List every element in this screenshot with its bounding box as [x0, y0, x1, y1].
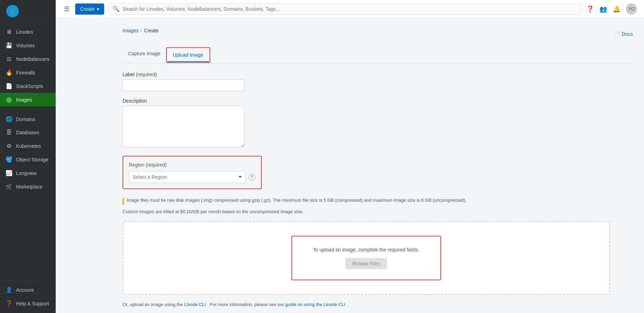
- upload-prompt-text: To upload an image, complete the require…: [313, 247, 419, 252]
- sidebar-item-label: StackScripts: [16, 83, 43, 89]
- sidebar-divider-1: [0, 109, 56, 110]
- browse-files-label: Browse Files: [352, 261, 380, 266]
- nodebalancers-icon: ⚖: [6, 56, 13, 62]
- sidebar-item-images[interactable]: ⬤ Images: [0, 93, 56, 106]
- region-text: Region: [129, 162, 144, 168]
- sidebar-item-label: Databases: [16, 130, 39, 135]
- sidebar-item-label: Longview: [16, 170, 37, 176]
- notifications-icon[interactable]: 🔔: [613, 5, 620, 13]
- sidebar-item-label: Account: [16, 287, 34, 293]
- sidebar-item-label: Help & Support: [16, 301, 49, 306]
- search-input[interactable]: [123, 6, 578, 12]
- avatar-initials: YO: [628, 7, 634, 11]
- topbar-right: ❓ 👥 🔔 YO: [586, 3, 637, 15]
- hamburger-button[interactable]: ☰: [63, 4, 71, 14]
- footer-text-1: Or, upload an image using the: [123, 302, 183, 307]
- topbar: ☰ Create ▾ 🔍 ❓ 👥 🔔 YO: [56, 0, 644, 18]
- help-question-mark: ?: [251, 175, 253, 179]
- search-icon: 🔍: [113, 6, 120, 12]
- breadcrumb-current: Create: [144, 28, 159, 33]
- footer-text-3: .: [347, 302, 348, 307]
- svg-text:A: A: [11, 9, 14, 14]
- sidebar-item-stackscripts[interactable]: 📄 StackScripts: [0, 79, 56, 93]
- longview-icon: 📈: [6, 170, 13, 176]
- breadcrumb-parent[interactable]: Images: [123, 28, 139, 33]
- sidebar-item-label: Firewalls: [16, 70, 35, 75]
- sidebar-item-longview[interactable]: 📈 Longview: [0, 166, 56, 180]
- sidebar-item-label: NodeBalancers: [16, 56, 49, 62]
- footer-text-2: . For more information, please see: [207, 302, 276, 307]
- guide-label: our guide on using the Linode CLI: [277, 302, 345, 307]
- help-icon: ❓: [6, 300, 13, 307]
- marketplace-icon: 🛒: [6, 183, 13, 190]
- firewalls-icon: 🔥: [6, 69, 13, 76]
- create-chevron-icon: ▾: [97, 6, 99, 12]
- domains-icon: 🌐: [6, 116, 13, 122]
- description-group: Description: [123, 98, 610, 149]
- label-field-label: Label (required): [123, 72, 610, 77]
- object-storage-icon: 🪣: [6, 156, 13, 163]
- sidebar-item-nodebalancers[interactable]: ⚖ NodeBalancers: [0, 52, 56, 66]
- docs-icon: 📄: [614, 31, 620, 37]
- sidebar-item-kubernetes[interactable]: ⚙ Kubernetes: [0, 139, 56, 153]
- label-group: Label (required): [123, 72, 610, 91]
- sidebar-item-label: Linodes: [16, 29, 33, 35]
- akamai-logo-icon: A: [6, 4, 19, 18]
- upload-inner-box: To upload an image, complete the require…: [291, 236, 441, 280]
- stackscripts-icon: 📄: [6, 83, 13, 89]
- account-icon: 👤: [6, 287, 13, 293]
- info-bar-indicator: [123, 198, 124, 205]
- sidebar-item-databases[interactable]: 🗄 Databases: [0, 126, 56, 139]
- create-button[interactable]: Create ▾: [75, 3, 104, 15]
- breadcrumb-separator: /: [141, 28, 142, 33]
- avatar[interactable]: YO: [626, 3, 637, 15]
- description-label: Description: [123, 98, 610, 104]
- description-textarea[interactable]: [123, 106, 244, 147]
- sidebar-item-linodes[interactable]: 🖥 Linodes: [0, 25, 56, 39]
- search-bar[interactable]: 🔍: [108, 3, 582, 15]
- sidebar-item-object-storage[interactable]: 🪣 Object Storage: [0, 153, 56, 166]
- tab-upload-image[interactable]: Upload Image: [167, 49, 209, 62]
- region-help-icon[interactable]: ?: [249, 174, 256, 180]
- main-content: Images / Create 📄 Docs Capture Image Upl…: [111, 18, 644, 313]
- sidebar-item-label: Domains: [16, 117, 35, 122]
- databases-icon: 🗄: [6, 129, 13, 136]
- label-input[interactable]: [123, 79, 244, 91]
- guide-link[interactable]: our guide on using the Linode CLI: [277, 302, 345, 307]
- upload-zone: To upload an image, complete the require…: [123, 221, 610, 295]
- tabs: Capture Image Upload Image: [123, 47, 633, 63]
- docs-link[interactable]: 📄 Docs: [614, 31, 633, 37]
- region-label: Region (required): [129, 162, 256, 168]
- sidebar-item-firewalls[interactable]: 🔥 Firewalls: [0, 66, 56, 79]
- volumes-icon: 💾: [6, 42, 13, 49]
- breadcrumb: Images / Create: [123, 28, 159, 33]
- info-message: Image files must be raw disk images (.im…: [127, 198, 467, 203]
- linodes-icon: 🖥: [6, 29, 13, 35]
- sidebar-item-label: Images: [16, 97, 32, 103]
- sidebar-nav: 🖥 Linodes 💾 Volumes ⚖ NodeBalancers 🔥 Fi…: [0, 23, 56, 280]
- form-section: Label (required) Description Region (req…: [123, 72, 610, 307]
- sidebar-item-marketplace[interactable]: 🛒 Marketplace: [0, 180, 56, 193]
- sidebar-item-label: Marketplace: [16, 184, 42, 190]
- sidebar-item-domains[interactable]: 🌐 Domains: [0, 112, 56, 126]
- create-label: Create: [80, 6, 95, 12]
- sidebar: A 🖥 Linodes 💾 Volumes ⚖ NodeBalancers 🔥 …: [0, 0, 56, 313]
- sidebar-item-label: Object Storage: [16, 157, 48, 162]
- tab-capture-label: Capture Image: [128, 51, 160, 56]
- region-select[interactable]: Select a Region: [129, 171, 246, 183]
- breadcrumb-row: Images / Create 📄 Docs: [123, 28, 633, 40]
- region-select-wrapper: Select a Region ?: [129, 171, 256, 183]
- kubernetes-icon: ⚙: [6, 143, 13, 149]
- tab-upload-highlighted: Upload Image: [166, 47, 210, 63]
- browse-files-button[interactable]: Browse Files: [345, 258, 387, 269]
- help-circle-icon[interactable]: ❓: [586, 5, 594, 13]
- users-icon[interactable]: 👥: [599, 5, 607, 13]
- sidebar-item-label: Kubernetes: [16, 143, 41, 149]
- billing-note: Custom Images are billed at $0.10/GB per…: [123, 209, 610, 214]
- linode-cli-link[interactable]: Linode CLI: [184, 302, 206, 307]
- sidebar-item-help-support[interactable]: ❓ Help & Support: [0, 297, 56, 310]
- sidebar-item-volumes[interactable]: 💾 Volumes: [0, 39, 56, 52]
- region-section: Region (required) Select a Region ?: [123, 156, 262, 189]
- sidebar-item-account[interactable]: 👤 Account: [0, 283, 56, 297]
- tab-capture-image[interactable]: Capture Image: [123, 47, 166, 63]
